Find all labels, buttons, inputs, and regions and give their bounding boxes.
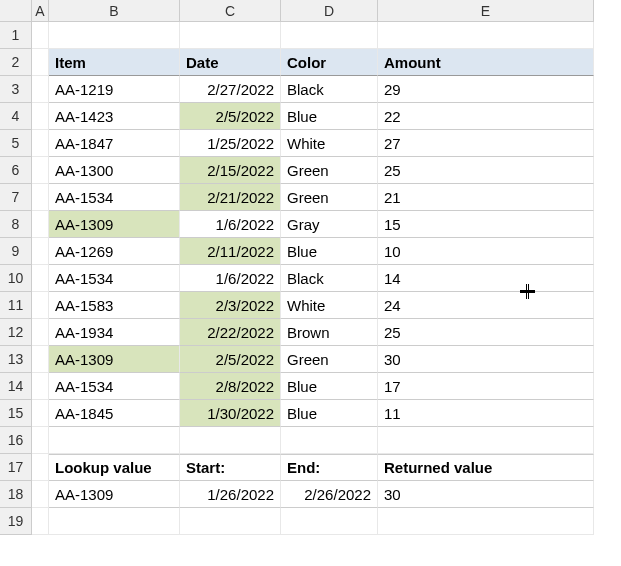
table-row[interactable]: 2/5/2022 (180, 346, 281, 373)
cell-A10[interactable] (32, 265, 49, 292)
cell-empty[interactable] (281, 508, 378, 535)
table-row[interactable]: Blue (281, 373, 378, 400)
table-row[interactable]: 1/25/2022 (180, 130, 281, 157)
end-value[interactable]: 2/26/2022 (281, 481, 378, 508)
table-row[interactable]: 15 (378, 211, 594, 238)
row-header-4[interactable]: 4 (0, 103, 32, 130)
row-header-2[interactable]: 2 (0, 49, 32, 76)
cell-A18[interactable] (32, 481, 49, 508)
col-header-A[interactable]: A (32, 0, 49, 22)
row-header-11[interactable]: 11 (0, 292, 32, 319)
row-header-6[interactable]: 6 (0, 157, 32, 184)
table-row[interactable]: Green (281, 346, 378, 373)
cell-A5[interactable] (32, 130, 49, 157)
col-header-D[interactable]: D (281, 0, 378, 22)
table-row[interactable]: Green (281, 157, 378, 184)
cell-A19[interactable] (32, 508, 49, 535)
cell-A6[interactable] (32, 157, 49, 184)
table-row[interactable]: AA-1269 (49, 238, 180, 265)
cell-empty[interactable] (49, 427, 180, 454)
row-header-3[interactable]: 3 (0, 76, 32, 103)
cell-A17[interactable] (32, 454, 49, 481)
cell-empty[interactable] (378, 22, 594, 49)
cell-A15[interactable] (32, 400, 49, 427)
cell-A2[interactable] (32, 49, 49, 76)
table-row[interactable]: 1/6/2022 (180, 211, 281, 238)
table-row[interactable]: 24 (378, 292, 594, 319)
table-row[interactable]: 30 (378, 346, 594, 373)
spreadsheet-grid[interactable]: ABCDE12ItemDateColorAmount3AA-12192/27/2… (0, 0, 621, 535)
table-row[interactable]: 2/27/2022 (180, 76, 281, 103)
table-row[interactable]: 25 (378, 157, 594, 184)
table-row[interactable]: AA-1423 (49, 103, 180, 130)
table-row[interactable]: 14 (378, 265, 594, 292)
cell-A3[interactable] (32, 76, 49, 103)
row-header-5[interactable]: 5 (0, 130, 32, 157)
cell-A11[interactable] (32, 292, 49, 319)
row-header-9[interactable]: 9 (0, 238, 32, 265)
row-header-10[interactable]: 10 (0, 265, 32, 292)
cell-empty[interactable] (378, 427, 594, 454)
cell-A12[interactable] (32, 319, 49, 346)
table-row[interactable]: AA-1845 (49, 400, 180, 427)
table-row[interactable]: AA-1534 (49, 265, 180, 292)
table-row[interactable]: 2/15/2022 (180, 157, 281, 184)
table-row[interactable]: 17 (378, 373, 594, 400)
cell-empty[interactable] (180, 22, 281, 49)
row-header-1[interactable]: 1 (0, 22, 32, 49)
select-all-corner[interactable] (0, 0, 32, 22)
table-row[interactable]: Black (281, 76, 378, 103)
table-row[interactable]: AA-1847 (49, 130, 180, 157)
table-row[interactable]: 27 (378, 130, 594, 157)
table-row[interactable]: 2/8/2022 (180, 373, 281, 400)
cell-A14[interactable] (32, 373, 49, 400)
start-value[interactable]: 1/26/2022 (180, 481, 281, 508)
table-row[interactable]: AA-1934 (49, 319, 180, 346)
cell-empty[interactable] (49, 508, 180, 535)
cell-A7[interactable] (32, 184, 49, 211)
table-row[interactable]: 2/5/2022 (180, 103, 281, 130)
table-row[interactable]: 22 (378, 103, 594, 130)
cell-empty[interactable] (281, 427, 378, 454)
cell-A13[interactable] (32, 346, 49, 373)
table-row[interactable]: 21 (378, 184, 594, 211)
table-row[interactable]: Blue (281, 238, 378, 265)
table-row[interactable]: 2/21/2022 (180, 184, 281, 211)
row-header-7[interactable]: 7 (0, 184, 32, 211)
row-header-15[interactable]: 15 (0, 400, 32, 427)
table-row[interactable]: 2/22/2022 (180, 319, 281, 346)
table-row[interactable]: 2/3/2022 (180, 292, 281, 319)
row-header-17[interactable]: 17 (0, 454, 32, 481)
table-row[interactable]: AA-1583 (49, 292, 180, 319)
table-row[interactable]: White (281, 292, 378, 319)
table-row[interactable]: Green (281, 184, 378, 211)
row-header-8[interactable]: 8 (0, 211, 32, 238)
table-row[interactable]: Gray (281, 211, 378, 238)
cell-empty[interactable] (378, 508, 594, 535)
col-header-B[interactable]: B (49, 0, 180, 22)
table-row[interactable]: Blue (281, 103, 378, 130)
cell-empty[interactable] (49, 22, 180, 49)
table-row[interactable]: 2/11/2022 (180, 238, 281, 265)
table-row[interactable]: White (281, 130, 378, 157)
cell-A16[interactable] (32, 427, 49, 454)
cell-A1[interactable] (32, 22, 49, 49)
cell-A4[interactable] (32, 103, 49, 130)
row-header-14[interactable]: 14 (0, 373, 32, 400)
table-row[interactable]: 1/6/2022 (180, 265, 281, 292)
table-row[interactable]: 1/30/2022 (180, 400, 281, 427)
cell-empty[interactable] (281, 22, 378, 49)
col-header-C[interactable]: C (180, 0, 281, 22)
table-row[interactable]: 11 (378, 400, 594, 427)
table-row[interactable]: Black (281, 265, 378, 292)
row-header-18[interactable]: 18 (0, 481, 32, 508)
row-header-13[interactable]: 13 (0, 346, 32, 373)
table-row[interactable]: AA-1219 (49, 76, 180, 103)
row-header-16[interactable]: 16 (0, 427, 32, 454)
returned-value[interactable]: 30 (378, 481, 594, 508)
cell-empty[interactable] (180, 508, 281, 535)
table-row[interactable]: 29 (378, 76, 594, 103)
cell-empty[interactable] (180, 427, 281, 454)
table-row[interactable]: 25 (378, 319, 594, 346)
table-row[interactable]: 10 (378, 238, 594, 265)
